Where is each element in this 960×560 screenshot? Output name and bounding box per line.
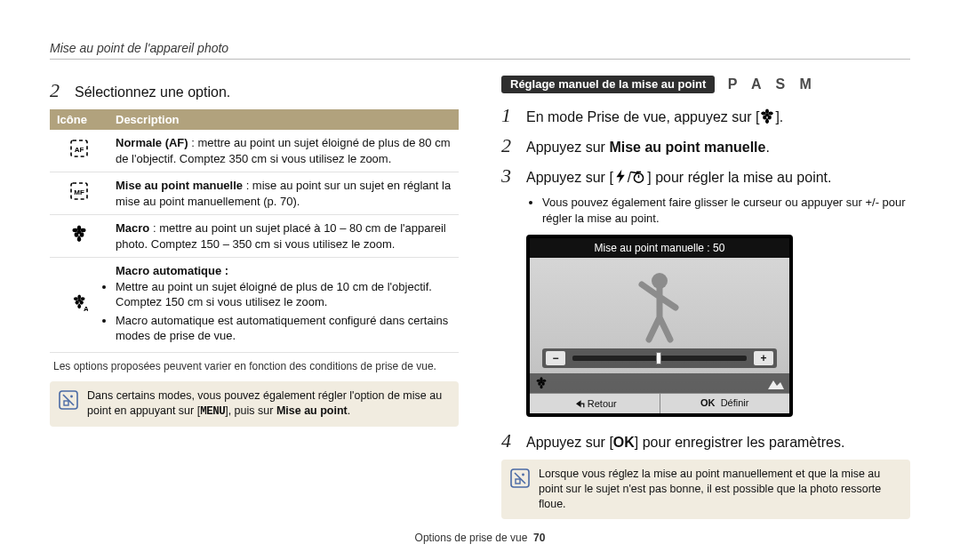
page-footer: Options de prise de vue 70 bbox=[0, 532, 960, 544]
left-column: 2 Sélectionnez une option. Icône Descrip… bbox=[50, 76, 459, 519]
info-text-right: Lorsque vous réglez la mise au point man… bbox=[539, 467, 901, 512]
info-text-left: Dans certains modes, vous pouvez égaleme… bbox=[87, 388, 450, 420]
timer-icon bbox=[631, 169, 647, 185]
back-arrow-icon bbox=[572, 397, 585, 410]
step-4-number: 4 bbox=[501, 429, 517, 452]
col-desc-header: Description bbox=[108, 109, 459, 130]
lcd-back-button[interactable]: Retour bbox=[530, 393, 660, 413]
step-2-number: 2 bbox=[50, 79, 66, 102]
step-2-text: Sélectionnez une option. bbox=[75, 83, 230, 102]
lcd-title: Mise au point manuelle : 50 bbox=[530, 238, 789, 258]
row-macro-desc: Macro : mettre au point un sujet placé à… bbox=[108, 215, 459, 258]
step-1-text: En mode Prise de vue, appuyez sur []. bbox=[526, 108, 783, 127]
running-header: Mise au point de l'appareil photo bbox=[50, 41, 910, 55]
step-4-text: Appuyez sur [OK] pour enregistrer les pa… bbox=[526, 433, 844, 452]
lcd-preview: Mise au point manuelle : 50 − + Retour O… bbox=[526, 235, 793, 417]
focus-options-table: Icône Description Normale (AF) : mettre … bbox=[50, 109, 459, 353]
flash-icon bbox=[613, 169, 628, 185]
af-icon bbox=[70, 140, 88, 157]
section-pill: Réglage manuel de la mise au point bbox=[501, 76, 715, 93]
info-box-left: Dans certains modes, vous pouvez égaleme… bbox=[50, 381, 459, 427]
lcd-ok-button[interactable]: OK Définir bbox=[660, 393, 790, 413]
mf-icon bbox=[70, 182, 88, 200]
step-1-number: 1 bbox=[501, 104, 517, 127]
table-row: Normale (AF) : mettre au point un sujet … bbox=[50, 130, 459, 172]
options-vary-note: Les options proposées peuvent varier en … bbox=[53, 360, 455, 372]
flower-icon bbox=[759, 108, 775, 124]
flower-small-icon bbox=[535, 377, 549, 389]
col-icon-header: Icône bbox=[50, 109, 108, 130]
table-row: Mise au point manuelle : mise au point s… bbox=[50, 172, 459, 215]
row-mf-desc: Mise au point manuelle : mise au point s… bbox=[108, 172, 459, 215]
info-icon bbox=[510, 467, 530, 512]
mode-letters: P A S M bbox=[728, 76, 817, 92]
mountain-icon bbox=[766, 377, 784, 389]
lcd-indicator-row bbox=[530, 373, 789, 393]
step-3-subnote: Vous pouvez également faire glisser le c… bbox=[526, 195, 910, 226]
step-2b-text: Appuyez sur Mise au point manuelle. bbox=[526, 138, 770, 157]
step-2b-number: 2 bbox=[501, 134, 517, 157]
step-3-text: Appuyez sur [/] pour régler la mise au p… bbox=[526, 168, 832, 188]
info-icon bbox=[59, 388, 78, 420]
auto-macro-icon bbox=[70, 294, 88, 312]
macro-icon bbox=[70, 225, 88, 243]
slider-minus-button[interactable]: − bbox=[546, 351, 565, 365]
right-column: Réglage manuel de la mise au point P A S… bbox=[501, 76, 910, 519]
header-rule bbox=[50, 59, 910, 60]
table-row: Macro : mettre au point un sujet placé à… bbox=[50, 215, 459, 258]
focus-slider[interactable]: − + bbox=[542, 348, 777, 368]
step-3-number: 3 bbox=[501, 164, 517, 188]
row-automacro-desc: Macro automatique : Mettre au point un s… bbox=[108, 258, 459, 353]
row-af-desc: Normale (AF) : mettre au point un sujet … bbox=[108, 130, 459, 172]
slider-plus-button[interactable]: + bbox=[754, 351, 773, 365]
person-silhouette-icon bbox=[633, 268, 686, 343]
table-row: Macro automatique : Mettre au point un s… bbox=[50, 258, 459, 353]
info-box-right: Lorsque vous réglez la mise au point man… bbox=[501, 460, 910, 519]
slider-knob[interactable] bbox=[656, 352, 661, 364]
slider-track[interactable] bbox=[572, 356, 747, 361]
